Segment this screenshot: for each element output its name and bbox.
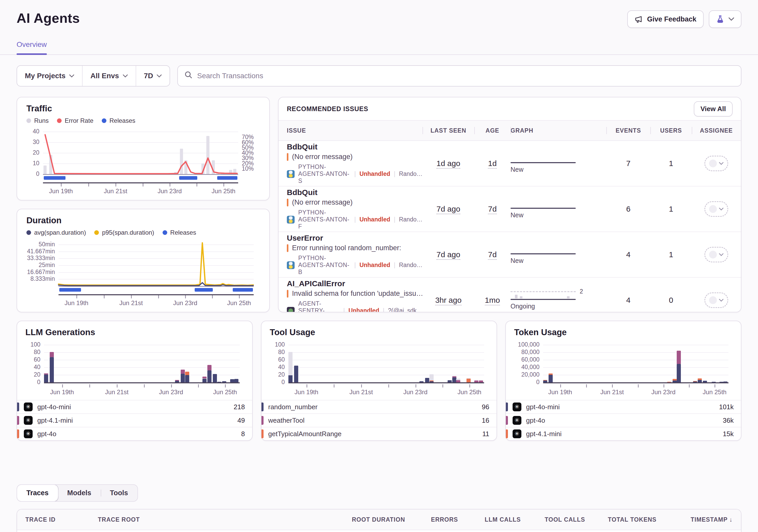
- y-axis-label: 16.667min: [26, 268, 55, 276]
- legend-row[interactable]: ✳ gpt-4o-mini 218: [17, 400, 252, 413]
- x-axis-tick: [171, 384, 172, 387]
- issue-last-seen[interactable]: 7d ago: [436, 250, 460, 260]
- error-level-bar: [287, 153, 289, 161]
- issue-last-seen[interactable]: 3hr ago: [435, 296, 462, 305]
- date-range-filter[interactable]: 7D: [136, 66, 170, 86]
- traces-table-header: TRACE ID TRACE ROOT ROOT DURATION ERRORS…: [17, 510, 741, 530]
- chart-bar-segment: [229, 170, 232, 174]
- y-axis-label: 0: [26, 170, 39, 177]
- chart-bar-segment: [184, 160, 188, 174]
- give-feedback-button[interactable]: Give Feedback: [627, 10, 704, 28]
- legend-dot-icon: [102, 118, 106, 123]
- tab-overview[interactable]: Overview: [17, 40, 47, 54]
- issue-row[interactable]: AI_APICallError Invalid schema for funct…: [279, 278, 741, 312]
- issue-age[interactable]: 7d: [488, 205, 497, 214]
- legend-item[interactable]: avg(span.duration): [26, 229, 86, 236]
- sparkline-baseline: [510, 208, 576, 209]
- issue-age[interactable]: 1d: [488, 159, 497, 169]
- release-band[interactable]: [195, 288, 213, 292]
- issue-row[interactable]: UserError Error running tool random_numb…: [279, 232, 741, 278]
- chart-bar-segment: [723, 381, 727, 382]
- legend-row[interactable]: ✳ weatherTool 16: [261, 413, 497, 427]
- avatar-placeholder-icon: [709, 251, 717, 259]
- bottom-tab[interactable]: Models: [58, 485, 101, 501]
- project-slug[interactable]: PYTHON-AGENTS-ANTON-S: [298, 163, 351, 184]
- duration-legend: avg(span.duration) p95(span.duration) Re…: [26, 229, 260, 236]
- bottom-tab[interactable]: Traces: [17, 485, 58, 501]
- x-axis-tick: [89, 384, 90, 387]
- x-axis-tick: [469, 384, 470, 387]
- legend-item[interactable]: Releases: [102, 117, 135, 124]
- gridline: [289, 352, 484, 353]
- issue-last-seen[interactable]: 1d ago: [436, 159, 460, 169]
- project-slug[interactable]: AGENT-SENTRY-MCP-C: [298, 300, 340, 312]
- x-axis-tick: [117, 384, 118, 387]
- legend-row[interactable]: ✳ gpt-4o 8: [17, 427, 252, 440]
- legend-item[interactable]: Releases: [162, 229, 196, 236]
- bottom-tab[interactable]: Tools: [101, 485, 137, 501]
- legend-item[interactable]: Error Rate: [57, 117, 93, 124]
- release-band[interactable]: [59, 288, 81, 292]
- chart-bar-segment: [543, 380, 547, 382]
- labs-menu-button[interactable]: [709, 10, 741, 28]
- project-slug[interactable]: PYTHON-AGENTS-ANTON-B: [298, 255, 351, 276]
- chart-bar-segment: [719, 382, 724, 382]
- assignee-dropdown[interactable]: [705, 293, 728, 308]
- x-axis-tick-label: Jun 25th: [683, 388, 745, 396]
- issue-title-link[interactable]: BdbQuit: [287, 188, 423, 197]
- issue-title-link[interactable]: BdbQuit: [287, 142, 423, 151]
- duration-chart: 8.333min16.667min25min33.333min41.667min…: [26, 237, 260, 303]
- release-band[interactable]: [217, 176, 237, 180]
- x-axis-line: [289, 382, 484, 383]
- tool-legend: ✳ random_number 96 ✳ weatherTool 16 ✳: [270, 400, 488, 440]
- issue-row[interactable]: BdbQuit (No error message) PYTHON-AGENTS…: [279, 187, 741, 232]
- legend-row[interactable]: ✳ gpt-4.1-mini 15k: [506, 427, 741, 440]
- issue-title-link[interactable]: UserError: [287, 233, 423, 242]
- x-axis-tick: [560, 384, 561, 387]
- column-header-timestamp-sort[interactable]: TIMESTAMP ↓: [669, 516, 741, 523]
- release-band[interactable]: [233, 288, 253, 292]
- issue-culprit: Rando…: [399, 170, 423, 177]
- x-axis-tick: [638, 384, 639, 387]
- flask-icon: [716, 15, 724, 23]
- assignee-dropdown[interactable]: [705, 201, 728, 217]
- chart-bar-segment: [50, 357, 54, 382]
- chart-bar-segment: [448, 380, 452, 382]
- issue-sparkline: 2 Ongoing: [510, 291, 583, 310]
- x-axis-tick: [143, 183, 143, 187]
- view-all-button[interactable]: View All: [694, 101, 733, 117]
- x-axis-tick-label: Jun 19th: [31, 388, 93, 396]
- issue-last-seen[interactable]: 7d ago: [436, 205, 460, 214]
- environments-filter[interactable]: All Envs: [82, 66, 135, 86]
- projects-filter[interactable]: My Projects: [17, 66, 82, 86]
- chart-bar-segment: [452, 376, 456, 376]
- issue-row[interactable]: BdbQuit (No error message) PYTHON-AGENTS…: [279, 141, 741, 187]
- legend-row[interactable]: ✳ getTypicalAmountRange 11: [261, 427, 497, 440]
- series-value: 218: [234, 403, 245, 411]
- project-slug[interactable]: PYTHON-AGENTS-ANTON-F: [298, 209, 351, 230]
- llm-generations-chart: 020406080100Jun 19thJun 21stJun 23rdJun …: [25, 340, 244, 400]
- chevron-down-icon: [719, 299, 724, 302]
- column-header-total-tokens: TOTAL TOKENS: [596, 516, 669, 523]
- chart-bar-segment: [44, 374, 48, 382]
- x-axis-tick: [689, 384, 690, 387]
- assignee-dropdown[interactable]: [705, 156, 728, 171]
- issue-title-link[interactable]: AI_APICallError: [287, 279, 423, 288]
- legend-row[interactable]: ✳ gpt-4o 36k: [506, 413, 741, 427]
- chart-bar-segment: [698, 380, 702, 382]
- legend-row[interactable]: ✳ gpt-4o-mini 101k: [506, 400, 741, 413]
- token-usage-card: Token Usage 020,00040,00060,00080,000100…: [505, 321, 741, 441]
- issue-age[interactable]: 7d: [488, 250, 497, 260]
- traces-table-card: TRACE ID TRACE ROOT ROOT DURATION ERRORS…: [17, 509, 741, 532]
- legend-item[interactable]: p95(span.duration): [94, 229, 154, 236]
- legend-row[interactable]: ✳ random_number 96: [261, 400, 497, 413]
- release-band[interactable]: [179, 176, 197, 180]
- chart-bar-segment: [175, 380, 179, 381]
- issue-age[interactable]: 1mo: [485, 296, 500, 305]
- x-axis-tick: [442, 384, 443, 387]
- legend-item[interactable]: Runs: [26, 117, 49, 124]
- release-band[interactable]: [44, 176, 65, 180]
- legend-row[interactable]: ✳ gpt-4.1-mini 49: [17, 413, 252, 427]
- search-input[interactable]: [197, 72, 734, 80]
- assignee-dropdown[interactable]: [705, 247, 728, 263]
